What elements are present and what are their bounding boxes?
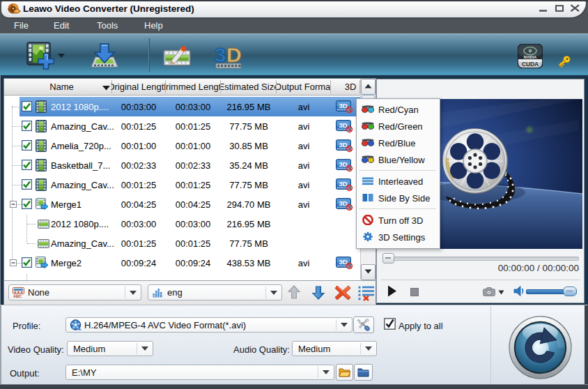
svg-text:ABC: ABC: [13, 294, 22, 298]
svg-text:CUDA: CUDA: [522, 61, 539, 68]
svg-text:3: 3: [215, 43, 226, 66]
svg-text:NVIDIA: NVIDIA: [524, 55, 536, 59]
svg-text:3D: 3D: [339, 180, 347, 188]
svg-text:3D: 3D: [339, 141, 347, 148]
svg-text:3D: 3D: [339, 160, 347, 168]
svg-text:3D: 3D: [339, 199, 347, 207]
svg-text:D: D: [226, 43, 242, 66]
svg-text:3D: 3D: [339, 258, 347, 266]
svg-text:3D: 3D: [339, 102, 347, 109]
svg-text:3D: 3D: [339, 121, 347, 129]
